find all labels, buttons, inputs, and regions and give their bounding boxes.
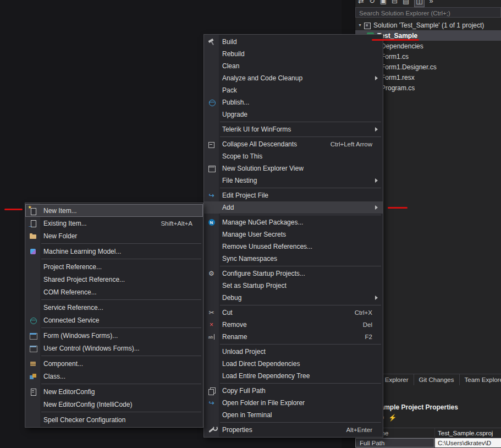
menu-item-machine-learning-model[interactable]: Machine Learning Model... — [25, 245, 203, 258]
menu-item-form-windows-forms[interactable]: Form (Windows Forms)... — [25, 329, 203, 342]
tree-chevron-icon[interactable]: ▾ — [357, 23, 362, 28]
menu-item-shortcut: Del — [363, 321, 380, 328]
menu-item-label: Component... — [40, 360, 200, 368]
menu-item-label: Set as Startup Project — [219, 282, 380, 289]
class-icon — [29, 372, 37, 381]
refresh-icon[interactable]: ↻ — [369, 0, 375, 7]
menu-item-manage-user-secrets[interactable]: Manage User Secrets — [204, 228, 383, 241]
menu-item-new-editorconfig[interactable]: New EditorConfig — [25, 385, 203, 398]
menu-item-gutter — [25, 232, 40, 241]
menu-item-spell-checker-configuration[interactable]: Spell Checker Configuration — [25, 413, 203, 426]
show-all-files-icon[interactable]: ▤ — [403, 0, 409, 7]
menu-item-label: Remove — [219, 321, 363, 329]
menu-item-rename[interactable]: RenameF2 — [204, 331, 383, 343]
tree-item-solution-test-sample-1-of-1-project[interactable]: ▾Solution 'Test_Sample' (1 of 1 project) — [355, 20, 501, 30]
menu-item-user-control-windows-forms[interactable]: User Control (Windows Forms)... — [25, 342, 203, 354]
connected-service-icon — [29, 316, 37, 325]
tree-item-label: Dependencies — [379, 42, 423, 50]
menu-item-remove-unused-references[interactable]: Remove Unused References... — [204, 241, 383, 253]
search-input[interactable] — [356, 9, 500, 18]
menu-item-gutter: × — [204, 320, 219, 329]
tab-git-changes[interactable]: Git Changes — [414, 374, 460, 385]
property-row-full-path[interactable]: Full Path C:\Users\dkratev\D — [355, 438, 501, 448]
menu-item-gutter — [204, 140, 219, 149]
menu-item-copy-full-path[interactable]: Copy Full Path — [204, 385, 383, 397]
menu-item-set-as-startup-project[interactable]: Set as Startup Project — [204, 280, 383, 292]
menu-item-load-direct-dependencies[interactable]: Load Direct Dependencies — [204, 358, 383, 370]
menu-item-build[interactable]: Build — [204, 36, 383, 48]
menu-item-label: Sync Namespaces — [219, 255, 380, 263]
menu-item-open-in-terminal[interactable]: Open in Terminal — [204, 409, 383, 421]
events-icon[interactable]: ⚡ — [388, 414, 397, 422]
menu-item-label: Collapse All Descendants — [219, 140, 331, 148]
menu-item-component[interactable]: Component... — [25, 357, 203, 370]
menu-item-label: Publish... — [219, 99, 380, 106]
menu-item-connected-service[interactable]: Connected Service — [25, 314, 203, 326]
menu-item-gutter — [25, 247, 40, 256]
ml-model-icon — [29, 247, 37, 256]
menu-item-file-nesting[interactable]: File Nesting — [204, 174, 383, 187]
menu-item-rebuild[interactable]: Rebuild — [204, 48, 383, 60]
menu-item-edit-project-file[interactable]: ↪Edit Project File — [204, 189, 383, 201]
new-solution-explorer-view-icon[interactable]: ▣ — [380, 0, 387, 7]
menu-item-properties[interactable]: PropertiesAlt+Enter — [204, 424, 383, 436]
folder-icon — [29, 232, 37, 241]
wrench-icon — [207, 425, 216, 434]
menu-item-new-editorconfig-intellicode[interactable]: New EditorConfig (IntelliCode) — [25, 398, 203, 411]
menu-item-scope-to-this[interactable]: Scope to This — [204, 150, 383, 162]
copy-icon — [207, 386, 216, 395]
menu-item-upgrade[interactable]: Upgrade — [204, 108, 383, 121]
menu-item-gutter — [25, 344, 40, 353]
menu-item-gutter: ✂ — [204, 308, 219, 317]
menu-item-class[interactable]: Class... — [25, 370, 203, 383]
menu-item-label: Cut — [219, 309, 355, 316]
menu-item-label: File Nesting — [219, 177, 375, 184]
menu-item-gutter — [25, 331, 40, 340]
menu-item-configure-startup-projects[interactable]: ⚙Configure Startup Projects... — [204, 267, 383, 280]
tab-team-explorer[interactable]: Team Explorer — [460, 374, 501, 385]
collapse-all-icon[interactable]: ⊟ — [392, 0, 398, 7]
menu-item-service-reference[interactable]: Service Reference... — [25, 301, 203, 314]
menu-item-new-solution-explorer-view[interactable]: New Solution Explorer View — [204, 162, 383, 174]
menu-item-clean[interactable]: Clean — [204, 60, 383, 72]
menu-item-cut[interactable]: ✂CutCtrl+X — [204, 307, 383, 319]
menu-item-project-reference[interactable]: Project Reference... — [25, 260, 203, 273]
gear-icon: ⚙ — [207, 269, 216, 278]
menu-item-com-reference[interactable]: COM Reference... — [25, 286, 203, 298]
usercontrol-icon — [29, 344, 37, 353]
solution-explorer-toolbar: ⇄↻▣⊟▤◫» — [355, 0, 501, 7]
menu-item-remove[interactable]: ×RemoveDel — [204, 319, 383, 331]
menu-item-gutter — [25, 219, 40, 228]
sync-with-active-document-icon[interactable]: ⇄ — [358, 0, 364, 7]
menu-item-label: Manage NuGet Packages... — [219, 218, 380, 226]
menu-item-existing-item[interactable]: Existing Item...Shift+Alt+A — [25, 217, 203, 230]
menu-item-publish[interactable]: Publish... — [204, 96, 383, 108]
menu-item-collapse-all-descendants[interactable]: Collapse All DescendantsCtrl+Left Arrow — [204, 138, 383, 150]
menu-item-load-entire-dependency-tree[interactable]: Load Entire Dependency Tree — [204, 370, 383, 382]
menu-item-telerik-ui-for-winforms[interactable]: Telerik UI for WinForms — [204, 123, 383, 135]
menu-item-new-folder[interactable]: New Folder — [25, 230, 203, 242]
menu-item-label: Shared Project Reference... — [40, 276, 200, 283]
remove-x-icon: × — [207, 320, 216, 329]
menu-item-sync-namespaces[interactable]: Sync Namespaces — [204, 253, 383, 265]
menu-item-pack[interactable]: Pack — [204, 84, 383, 96]
property-value-full-path[interactable]: C:\Users\dkratev\D — [435, 438, 501, 447]
more-commands-icon[interactable]: » — [430, 0, 433, 7]
menu-item-analyze-and-code-cleanup[interactable]: Analyze and Code Cleanup — [204, 72, 383, 84]
solution-explorer-search — [355, 7, 501, 18]
menu-item-unload-project[interactable]: Unload Project — [204, 346, 383, 358]
menu-item-shared-project-reference[interactable]: Shared Project Reference... — [25, 273, 203, 286]
menu-item-add[interactable]: Add — [204, 201, 383, 214]
menu-item-new-item[interactable]: New Item... — [25, 204, 203, 217]
preview-selected-items-icon[interactable]: ◫ — [414, 0, 424, 7]
menu-item-label: Open Folder in File Explorer — [219, 399, 380, 407]
menu-item-label: Telerik UI for WinForms — [219, 125, 375, 133]
menu-item-gutter — [204, 425, 219, 434]
menu-item-label: Form (Windows Forms)... — [40, 332, 200, 340]
menu-item-manage-nuget-packages[interactable]: Manage NuGet Packages... — [204, 216, 383, 228]
menu-item-debug[interactable]: Debug — [204, 292, 383, 304]
menu-item-label: Spell Checker Configuration — [40, 416, 200, 424]
menu-item-open-folder-in-file-explorer[interactable]: ↪Open Folder in File Explorer — [204, 397, 383, 409]
rename-icon — [207, 332, 216, 341]
tree-item-label: Form1.cs — [379, 53, 409, 61]
